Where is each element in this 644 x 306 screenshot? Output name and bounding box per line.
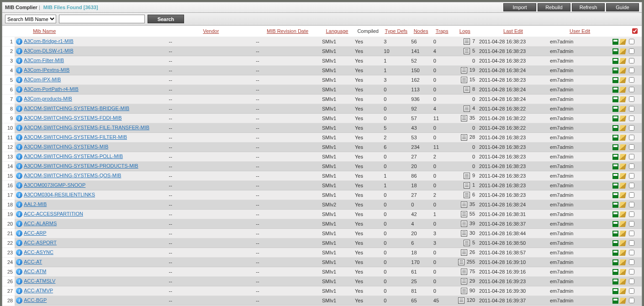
row-checkbox[interactable]	[629, 231, 634, 236]
mib-name-link[interactable]: A3COM-SWITCHING-SYSTEMS-FILTER-MIB	[24, 134, 127, 140]
info-icon[interactable]: i	[16, 297, 22, 304]
save-icon[interactable]	[612, 202, 618, 208]
log-icon[interactable]	[464, 182, 470, 189]
info-icon[interactable]: i	[16, 211, 22, 217]
log-icon[interactable]	[461, 211, 467, 217]
save-icon[interactable]	[612, 164, 618, 169]
mib-name-link[interactable]: A3Com-Filter-MIB	[24, 58, 64, 63]
save-icon[interactable]	[612, 87, 618, 93]
save-icon[interactable]	[612, 240, 618, 246]
mib-name-link[interactable]: A3Com-IPextns-MIB	[24, 67, 69, 73]
row-checkbox[interactable]	[629, 48, 634, 54]
edit-icon[interactable]	[619, 96, 626, 102]
mib-name-link[interactable]: A3COM0073IGMP-SNOOP	[24, 182, 85, 188]
save-icon[interactable]	[612, 96, 618, 102]
info-icon[interactable]: i	[16, 259, 22, 265]
info-icon[interactable]: i	[16, 288, 22, 294]
row-checkbox[interactable]	[629, 77, 634, 83]
log-icon[interactable]	[461, 115, 467, 121]
info-icon[interactable]: i	[16, 67, 22, 74]
col-traps[interactable]: Traps	[436, 28, 449, 34]
edit-icon[interactable]	[619, 183, 626, 189]
info-icon[interactable]: i	[16, 192, 22, 198]
edit-icon[interactable]	[619, 259, 626, 265]
edit-icon[interactable]	[619, 231, 626, 237]
row-checkbox[interactable]	[629, 183, 634, 188]
log-icon[interactable]	[464, 38, 470, 45]
mib-name-link[interactable]: ACC-ATMSLV	[24, 278, 55, 284]
info-icon[interactable]: i	[16, 269, 22, 275]
col-language[interactable]: Language	[326, 28, 348, 34]
edit-icon[interactable]	[619, 144, 626, 150]
log-icon[interactable]	[461, 201, 467, 208]
row-checkbox[interactable]	[629, 58, 634, 63]
row-checkbox[interactable]	[629, 125, 634, 131]
mib-name-link[interactable]: ACC-AT	[24, 259, 42, 264]
save-icon[interactable]	[612, 39, 618, 45]
mib-name-link[interactable]: ACC-ALARMS	[24, 221, 57, 226]
edit-icon[interactable]	[619, 48, 626, 54]
edit-icon[interactable]	[619, 68, 626, 74]
row-checkbox[interactable]	[629, 279, 634, 284]
info-icon[interactable]: i	[16, 153, 22, 160]
info-icon[interactable]: i	[16, 58, 22, 64]
mib-name-link[interactable]: A3COM-SWITCHING-SYSTEMS-PRODUCTS-MIB	[24, 163, 138, 169]
info-icon[interactable]: i	[16, 115, 22, 121]
select-all-checkbox[interactable]	[632, 28, 638, 34]
save-icon[interactable]	[612, 154, 618, 160]
edit-icon[interactable]	[619, 288, 626, 294]
refresh-button[interactable]: Refresh	[572, 3, 605, 11]
save-icon[interactable]	[612, 125, 618, 131]
edit-icon[interactable]	[619, 192, 626, 198]
info-icon[interactable]: i	[16, 144, 22, 150]
row-checkbox[interactable]	[629, 192, 634, 198]
info-icon[interactable]: i	[16, 125, 22, 131]
save-icon[interactable]	[612, 259, 618, 265]
mib-name-link[interactable]: ACC-ACCESSPARTITION	[24, 211, 83, 216]
log-icon[interactable]	[464, 48, 470, 54]
info-icon[interactable]: i	[16, 77, 22, 83]
info-icon[interactable]: i	[16, 182, 22, 189]
save-icon[interactable]	[612, 77, 618, 83]
save-icon[interactable]	[612, 221, 618, 227]
save-icon[interactable]	[612, 58, 618, 64]
info-icon[interactable]: i	[16, 38, 22, 45]
edit-icon[interactable]	[619, 269, 626, 275]
mib-name-link[interactable]: ACC-ATM	[24, 269, 46, 274]
log-icon[interactable]	[461, 288, 467, 294]
row-checkbox[interactable]	[629, 250, 634, 255]
log-icon[interactable]	[464, 106, 470, 112]
mib-name-link[interactable]: A3COM-SWITCHING-SYSTEMS-FILE-TRANSFER-MI…	[24, 125, 149, 130]
row-checkbox[interactable]	[629, 269, 634, 274]
log-icon[interactable]	[461, 221, 467, 227]
log-icon[interactable]	[461, 77, 467, 83]
edit-icon[interactable]	[619, 58, 626, 64]
save-icon[interactable]	[612, 144, 618, 150]
save-icon[interactable]	[612, 68, 618, 74]
info-icon[interactable]: i	[16, 278, 22, 285]
edit-icon[interactable]	[619, 164, 626, 169]
edit-icon[interactable]	[619, 125, 626, 131]
row-checkbox[interactable]	[629, 135, 634, 140]
edit-icon[interactable]	[619, 154, 626, 160]
row-checkbox[interactable]	[629, 240, 634, 246]
log-icon[interactable]	[461, 249, 467, 256]
log-icon[interactable]	[464, 192, 470, 198]
edit-icon[interactable]	[619, 39, 626, 45]
save-icon[interactable]	[612, 48, 618, 54]
col-revdate[interactable]: MIB Revision Date	[267, 28, 308, 34]
search-button[interactable]: Search	[148, 15, 184, 23]
info-icon[interactable]: i	[16, 240, 22, 246]
log-icon[interactable]	[464, 86, 470, 93]
mib-name-link[interactable]: A3COM-SWITCHING-SYSTEMS-MIB	[24, 144, 108, 149]
mib-name-link[interactable]: A3Com-products-MIB	[24, 96, 72, 101]
save-icon[interactable]	[612, 116, 618, 121]
mib-name-link[interactable]: A3COM-SWITCHING-SYSTEMS-BRIDGE-MIB	[24, 106, 129, 111]
log-icon[interactable]	[461, 134, 467, 141]
rebuild-button[interactable]: Rebuild	[538, 3, 570, 11]
info-icon[interactable]: i	[16, 221, 22, 227]
edit-icon[interactable]	[619, 173, 626, 179]
save-icon[interactable]	[612, 298, 618, 304]
info-icon[interactable]: i	[16, 163, 22, 169]
search-field-select[interactable]: Search MIB Name	[5, 15, 56, 23]
